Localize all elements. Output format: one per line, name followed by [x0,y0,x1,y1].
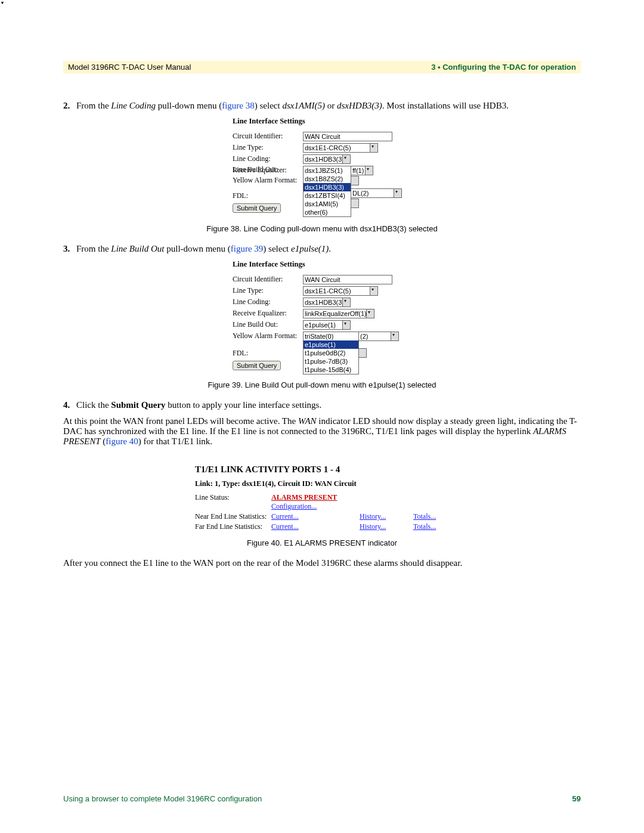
history-link[interactable]: History... [360,522,386,531]
submit-query-button[interactable]: Submit Query [233,203,281,213]
configuration-link[interactable]: Configuration... [271,502,317,510]
chevron-down-icon[interactable] [342,298,351,307]
chevron-down-icon[interactable] [342,154,351,164]
page-header: Model 3196RC T-DAC User Manual 3 • Confi… [63,61,581,73]
circuit-id-field[interactable]: WAN Circuit [303,132,392,141]
figure-link-39[interactable]: figure 39 [231,244,264,253]
chevron-down-icon[interactable] [370,286,378,296]
figure-39-caption: Figure 39. Line Build Out pull-down menu… [63,380,581,389]
history-link[interactable]: History... [360,512,386,521]
step-2: 2. From the Line Coding pull-down menu (… [63,101,581,111]
body-paragraph: After you connect the E1 line to the WAN… [63,558,581,568]
header-right: 3 • Configuring the T-DAC for operation [431,63,576,72]
step-text: From the Line Build Out pull-down menu (… [76,244,331,254]
step-4: 4. Click the Submit Query button to appl… [63,400,581,410]
figure-39-panel: Line Interface Settings Circuit Identifi… [233,260,411,398]
receive-eq-select[interactable]: linkRxEqualizerOff(1) [303,309,374,318]
figure-38-caption: Figure 38. Line Coding pull-down menu wi… [63,224,581,233]
link-activity-heading: T1/E1 LINK ACTIVITY PORTS 1 - 4 [195,465,449,475]
step-text: Click the Submit Query button to apply y… [76,400,321,410]
circuit-id-field[interactable]: WAN Circuit [303,275,392,284]
line-type-select[interactable]: dsx1E1-CRC(5) [303,286,378,296]
totals-link[interactable]: Totals... [413,512,436,521]
current-link[interactable]: Current... [271,512,299,521]
page-number: 59 [572,794,581,803]
link-activity-sub: Link: 1, Type: dsx1E1(4), Circuit ID: WA… [195,479,449,488]
footer-left: Using a browser to complete Model 3196RC… [63,794,262,803]
chevron-down-icon[interactable] [366,309,374,318]
step-number: 3. [63,244,76,254]
current-link[interactable]: Current... [271,522,299,531]
chevron-down-icon[interactable] [370,143,378,153]
figure-link-38[interactable]: figure 38 [222,101,255,110]
panel-title: Line Interface Settings [233,260,411,269]
header-left: Model 3196RC T-DAC User Manual [68,63,191,72]
chevron-down-icon[interactable] [391,332,399,341]
figure-40-panel: T1/E1 LINK ACTIVITY PORTS 1 - 4 Link: 1,… [195,453,449,532]
submit-query-button[interactable]: Submit Query [233,361,281,370]
totals-link[interactable]: Totals... [413,522,436,531]
panel-title: Line Interface Settings [233,117,411,126]
chevron-down-icon[interactable] [342,320,351,330]
figure-40-caption: Figure 40. E1 ALARMS PRESENT indicator [63,538,581,547]
step-number: 2. [63,101,76,111]
page-footer: Using a browser to complete Model 3196RC… [63,794,581,803]
step-number: 4. [63,400,76,410]
alarms-present-link[interactable]: ALARMS PRESENT [271,493,337,501]
body-paragraph: At this point the WAN front panel LEDs w… [63,416,581,447]
step-3: 3. From the Line Build Out pull-down men… [63,244,581,254]
line-type-select[interactable]: dsx1E1-CRC(5) [303,143,378,153]
step-text: From the Line Coding pull-down menu (fig… [76,101,509,111]
figure-link-40[interactable]: figure 40 [106,436,138,446]
figure-38-panel: Line Interface Settings Circuit Identifi… [233,117,411,261]
